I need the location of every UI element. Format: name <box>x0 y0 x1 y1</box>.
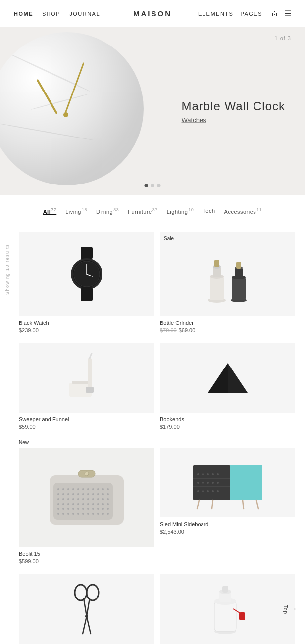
top-arrow-icon: ↑ <box>290 607 298 611</box>
hero-title: Marble Wall Clock <box>182 99 285 113</box>
svg-point-47 <box>97 493 99 495</box>
sweeper-name: Sweeper and Funnel <box>19 416 154 422</box>
svg-line-125 <box>87 616 91 634</box>
svg-point-84 <box>62 513 64 515</box>
svg-point-99 <box>202 473 204 475</box>
svg-point-111 <box>212 490 214 492</box>
svg-point-86 <box>72 513 74 515</box>
hero-dot-3[interactable] <box>157 184 161 187</box>
svg-point-55 <box>82 498 84 500</box>
filter-tech[interactable]: Tech <box>199 206 219 216</box>
svg-point-59 <box>102 498 104 500</box>
filter-accessories[interactable]: Accessories11 <box>220 205 266 217</box>
cart-icon[interactable]: 🛍 <box>269 9 277 18</box>
svg-point-89 <box>87 513 89 515</box>
hero-subtitle[interactable]: Watches <box>182 116 285 124</box>
product-sled-sideboard[interactable]: Sled Mini Sideboard $2,543.00 <box>160 448 295 564</box>
svg-point-53 <box>72 498 74 500</box>
svg-point-70 <box>102 503 104 505</box>
svg-point-98 <box>197 473 199 475</box>
hero-image <box>0 27 158 195</box>
nav-home[interactable]: HOME <box>14 11 33 17</box>
svg-point-34 <box>87 488 89 490</box>
svg-point-95 <box>85 472 89 476</box>
svg-point-28 <box>57 488 59 490</box>
svg-point-31 <box>72 488 74 490</box>
nav-journal[interactable]: JOURNAL <box>69 11 100 17</box>
hero-dots <box>145 184 161 187</box>
product-row-3: Beolit 15 $599.00 <box>19 448 295 564</box>
svg-marker-25 <box>228 363 248 393</box>
back-to-top-button[interactable]: ↑ Top <box>283 605 298 614</box>
svg-line-118 <box>243 500 244 509</box>
nav-shop[interactable]: SHOP <box>42 11 60 17</box>
hero-dot-2[interactable] <box>151 184 154 187</box>
clock-minute-hand <box>64 62 84 114</box>
svg-point-103 <box>197 482 199 484</box>
filter-living[interactable]: Living18 <box>61 205 91 217</box>
product-beolit[interactable]: Beolit 15 $599.00 <box>19 448 154 564</box>
svg-line-119 <box>256 500 258 509</box>
filter-lighting[interactable]: Lighting10 <box>163 205 198 217</box>
svg-point-61 <box>57 503 59 505</box>
product-bottle-grinder[interactable]: Sale <box>160 232 295 333</box>
svg-rect-128 <box>214 601 236 631</box>
product-bookends[interactable]: Bookends $179.00 <box>160 343 295 430</box>
svg-point-72 <box>57 508 59 510</box>
bottle-humidifier-image <box>160 574 295 644</box>
sled-sideboard-price: $2,543.00 <box>160 529 295 535</box>
filter-dining[interactable]: Dining83 <box>92 205 123 217</box>
svg-rect-6 <box>81 287 93 301</box>
svg-rect-8 <box>210 276 224 300</box>
svg-point-112 <box>217 490 219 492</box>
sale-badge: Sale <box>164 236 174 241</box>
top-label: Top <box>283 605 288 614</box>
svg-rect-21 <box>88 358 92 388</box>
svg-point-54 <box>77 498 79 500</box>
hero-dot-1[interactable] <box>145 184 148 187</box>
svg-point-57 <box>92 498 94 500</box>
nav-elements[interactable]: ELEMENTS <box>198 11 233 17</box>
bookends-name: Bookends <box>160 416 295 422</box>
svg-point-107 <box>217 482 219 484</box>
brand-logo[interactable]: MAISON <box>133 9 172 18</box>
product-flower-scissors[interactable]: Flower Scissors $159.00 <box>19 574 154 644</box>
svg-point-76 <box>77 508 79 510</box>
svg-rect-115 <box>230 465 262 500</box>
beolit-image <box>19 448 154 547</box>
flower-scissors-image <box>19 574 154 644</box>
svg-point-75 <box>72 508 74 510</box>
svg-point-36 <box>97 488 99 490</box>
product-bottle-humidifier[interactable]: Bottle Humidifier $69.00 <box>160 574 295 644</box>
bookends-price: $179.00 <box>160 424 295 430</box>
svg-point-104 <box>202 482 204 484</box>
svg-point-93 <box>107 513 109 515</box>
new-badge: New <box>19 440 295 445</box>
svg-point-63 <box>67 503 69 505</box>
filter-furniture[interactable]: Furniture37 <box>124 205 162 217</box>
svg-point-52 <box>67 498 69 500</box>
svg-point-120 <box>75 585 87 600</box>
nav-left: HOME SHOP JOURNAL <box>14 11 100 17</box>
svg-point-68 <box>92 503 94 505</box>
bottle-grinder-image <box>160 232 295 316</box>
beolit-price: $599.00 <box>19 558 154 564</box>
svg-point-109 <box>202 490 204 492</box>
bottle-grinder-old-price: $79.00 <box>160 327 177 333</box>
menu-icon[interactable]: ☰ <box>284 9 291 18</box>
product-black-watch[interactable]: Black Watch $239.00 <box>19 232 154 333</box>
product-sweeper[interactable]: Sweeper and Funnel $59.00 <box>19 343 154 430</box>
filter-all[interactable]: All77 <box>39 205 61 217</box>
svg-point-69 <box>97 503 99 505</box>
svg-point-62 <box>62 503 64 505</box>
svg-point-58 <box>97 498 99 500</box>
svg-point-64 <box>72 503 74 505</box>
svg-line-122 <box>84 598 87 616</box>
hero-counter: 1 of 3 <box>274 35 291 41</box>
product-row-4: Flower Scissors $159.00 <box>19 574 295 644</box>
svg-line-23 <box>90 353 92 358</box>
bottle-grinder-name: Bottle Grinder <box>160 320 295 326</box>
nav-pages[interactable]: PAGES <box>240 11 262 17</box>
sled-sideboard-image <box>160 448 295 517</box>
svg-point-121 <box>87 585 99 600</box>
